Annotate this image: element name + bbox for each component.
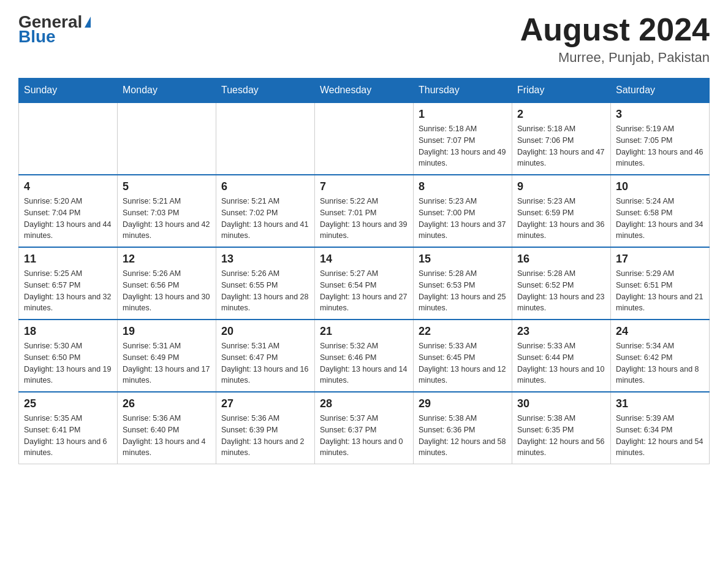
day-info: Sunrise: 5:35 AM Sunset: 6:41 PM Dayligh… xyxy=(24,413,112,459)
day-info: Sunrise: 5:22 AM Sunset: 7:01 PM Dayligh… xyxy=(320,196,408,242)
calendar-cell: 27Sunrise: 5:36 AM Sunset: 6:39 PM Dayli… xyxy=(216,392,315,464)
calendar-cell: 21Sunrise: 5:32 AM Sunset: 6:46 PM Dayli… xyxy=(315,320,414,392)
weekday-header-friday: Friday xyxy=(512,79,611,103)
day-info: Sunrise: 5:23 AM Sunset: 6:59 PM Dayligh… xyxy=(517,196,605,242)
day-info: Sunrise: 5:34 AM Sunset: 6:42 PM Dayligh… xyxy=(616,340,704,386)
day-number: 7 xyxy=(320,180,408,193)
weekday-header-saturday: Saturday xyxy=(611,79,710,103)
calendar-cell: 3Sunrise: 5:19 AM Sunset: 7:05 PM Daylig… xyxy=(611,102,710,175)
day-number: 11 xyxy=(24,253,112,266)
day-info: Sunrise: 5:33 AM Sunset: 6:45 PM Dayligh… xyxy=(419,340,507,386)
logo: General Blue xyxy=(18,12,91,47)
calendar-cell xyxy=(315,102,414,175)
day-info: Sunrise: 5:38 AM Sunset: 6:35 PM Dayligh… xyxy=(517,413,605,459)
day-info: Sunrise: 5:29 AM Sunset: 6:51 PM Dayligh… xyxy=(616,268,704,314)
day-number: 4 xyxy=(24,180,112,193)
day-info: Sunrise: 5:20 AM Sunset: 7:04 PM Dayligh… xyxy=(24,196,112,242)
day-info: Sunrise: 5:31 AM Sunset: 6:47 PM Dayligh… xyxy=(221,340,309,386)
calendar-cell: 16Sunrise: 5:28 AM Sunset: 6:52 PM Dayli… xyxy=(512,247,611,320)
weekday-header-tuesday: Tuesday xyxy=(216,79,315,103)
calendar-cell: 9Sunrise: 5:23 AM Sunset: 6:59 PM Daylig… xyxy=(512,175,611,247)
calendar-week-row: 11Sunrise: 5:25 AM Sunset: 6:57 PM Dayli… xyxy=(19,247,710,320)
day-number: 26 xyxy=(123,397,211,410)
day-info: Sunrise: 5:21 AM Sunset: 7:03 PM Dayligh… xyxy=(123,196,211,242)
day-number: 12 xyxy=(123,253,211,266)
day-info: Sunrise: 5:32 AM Sunset: 6:46 PM Dayligh… xyxy=(320,340,408,386)
calendar-cell: 14Sunrise: 5:27 AM Sunset: 6:54 PM Dayli… xyxy=(315,247,414,320)
day-info: Sunrise: 5:30 AM Sunset: 6:50 PM Dayligh… xyxy=(24,340,112,386)
day-info: Sunrise: 5:28 AM Sunset: 6:53 PM Dayligh… xyxy=(419,268,507,314)
calendar-cell: 11Sunrise: 5:25 AM Sunset: 6:57 PM Dayli… xyxy=(19,247,118,320)
day-info: Sunrise: 5:36 AM Sunset: 6:39 PM Dayligh… xyxy=(221,413,309,459)
title-block: August 2024 Murree, Punjab, Pakistan xyxy=(520,12,710,66)
day-number: 3 xyxy=(616,108,704,121)
page-header: General Blue August 2024 Murree, Punjab,… xyxy=(18,12,710,66)
calendar-cell: 22Sunrise: 5:33 AM Sunset: 6:45 PM Dayli… xyxy=(414,320,512,392)
calendar-cell: 23Sunrise: 5:33 AM Sunset: 6:44 PM Dayli… xyxy=(512,320,611,392)
day-number: 19 xyxy=(123,325,211,338)
calendar-cell: 6Sunrise: 5:21 AM Sunset: 7:02 PM Daylig… xyxy=(216,175,315,247)
calendar-cell: 15Sunrise: 5:28 AM Sunset: 6:53 PM Dayli… xyxy=(414,247,512,320)
day-number: 14 xyxy=(320,253,408,266)
day-info: Sunrise: 5:38 AM Sunset: 6:36 PM Dayligh… xyxy=(419,413,507,459)
day-number: 21 xyxy=(320,325,408,338)
day-number: 25 xyxy=(24,397,112,410)
weekday-header-monday: Monday xyxy=(118,79,216,103)
day-number: 5 xyxy=(123,180,211,193)
calendar-week-row: 4Sunrise: 5:20 AM Sunset: 7:04 PM Daylig… xyxy=(19,175,710,247)
calendar-week-row: 18Sunrise: 5:30 AM Sunset: 6:50 PM Dayli… xyxy=(19,320,710,392)
calendar-cell: 17Sunrise: 5:29 AM Sunset: 6:51 PM Dayli… xyxy=(611,247,710,320)
day-number: 2 xyxy=(517,108,605,121)
logo-blue-text: Blue xyxy=(18,27,56,47)
weekday-header-wednesday: Wednesday xyxy=(315,79,414,103)
calendar-cell: 20Sunrise: 5:31 AM Sunset: 6:47 PM Dayli… xyxy=(216,320,315,392)
day-number: 15 xyxy=(419,253,507,266)
location-text: Murree, Punjab, Pakistan xyxy=(520,50,710,66)
calendar-cell: 2Sunrise: 5:18 AM Sunset: 7:06 PM Daylig… xyxy=(512,102,611,175)
calendar-header-row: SundayMondayTuesdayWednesdayThursdayFrid… xyxy=(19,79,710,103)
calendar-cell: 26Sunrise: 5:36 AM Sunset: 6:40 PM Dayli… xyxy=(118,392,216,464)
day-info: Sunrise: 5:23 AM Sunset: 7:00 PM Dayligh… xyxy=(419,196,507,242)
day-number: 30 xyxy=(517,397,605,410)
day-number: 20 xyxy=(221,325,309,338)
day-info: Sunrise: 5:39 AM Sunset: 6:34 PM Dayligh… xyxy=(616,413,704,459)
day-info: Sunrise: 5:36 AM Sunset: 6:40 PM Dayligh… xyxy=(123,413,211,459)
calendar-cell: 7Sunrise: 5:22 AM Sunset: 7:01 PM Daylig… xyxy=(315,175,414,247)
day-info: Sunrise: 5:18 AM Sunset: 7:06 PM Dayligh… xyxy=(517,123,605,169)
day-info: Sunrise: 5:33 AM Sunset: 6:44 PM Dayligh… xyxy=(517,340,605,386)
day-number: 13 xyxy=(221,253,309,266)
day-info: Sunrise: 5:37 AM Sunset: 6:37 PM Dayligh… xyxy=(320,413,408,459)
day-number: 29 xyxy=(419,397,507,410)
calendar-cell: 25Sunrise: 5:35 AM Sunset: 6:41 PM Dayli… xyxy=(19,392,118,464)
day-number: 1 xyxy=(419,108,507,121)
day-info: Sunrise: 5:25 AM Sunset: 6:57 PM Dayligh… xyxy=(24,268,112,314)
day-info: Sunrise: 5:21 AM Sunset: 7:02 PM Dayligh… xyxy=(221,196,309,242)
day-info: Sunrise: 5:26 AM Sunset: 6:56 PM Dayligh… xyxy=(123,268,211,314)
calendar-cell xyxy=(216,102,315,175)
calendar-cell: 13Sunrise: 5:26 AM Sunset: 6:55 PM Dayli… xyxy=(216,247,315,320)
day-number: 27 xyxy=(221,397,309,410)
day-info: Sunrise: 5:24 AM Sunset: 6:58 PM Dayligh… xyxy=(616,196,704,242)
day-number: 24 xyxy=(616,325,704,338)
calendar-cell: 4Sunrise: 5:20 AM Sunset: 7:04 PM Daylig… xyxy=(19,175,118,247)
day-info: Sunrise: 5:27 AM Sunset: 6:54 PM Dayligh… xyxy=(320,268,408,314)
day-number: 17 xyxy=(616,253,704,266)
day-info: Sunrise: 5:18 AM Sunset: 7:07 PM Dayligh… xyxy=(419,123,507,169)
calendar-cell: 8Sunrise: 5:23 AM Sunset: 7:00 PM Daylig… xyxy=(414,175,512,247)
calendar-cell: 31Sunrise: 5:39 AM Sunset: 6:34 PM Dayli… xyxy=(611,392,710,464)
day-number: 6 xyxy=(221,180,309,193)
calendar-cell: 10Sunrise: 5:24 AM Sunset: 6:58 PM Dayli… xyxy=(611,175,710,247)
day-info: Sunrise: 5:19 AM Sunset: 7:05 PM Dayligh… xyxy=(616,123,704,169)
day-number: 22 xyxy=(419,325,507,338)
calendar-table: SundayMondayTuesdayWednesdayThursdayFrid… xyxy=(18,78,710,464)
calendar-cell xyxy=(19,102,118,175)
calendar-week-row: 25Sunrise: 5:35 AM Sunset: 6:41 PM Dayli… xyxy=(19,392,710,464)
calendar-cell: 5Sunrise: 5:21 AM Sunset: 7:03 PM Daylig… xyxy=(118,175,216,247)
weekday-header-thursday: Thursday xyxy=(414,79,512,103)
day-info: Sunrise: 5:28 AM Sunset: 6:52 PM Dayligh… xyxy=(517,268,605,314)
day-info: Sunrise: 5:31 AM Sunset: 6:49 PM Dayligh… xyxy=(123,340,211,386)
day-number: 23 xyxy=(517,325,605,338)
calendar-cell: 28Sunrise: 5:37 AM Sunset: 6:37 PM Dayli… xyxy=(315,392,414,464)
day-number: 16 xyxy=(517,253,605,266)
day-info: Sunrise: 5:26 AM Sunset: 6:55 PM Dayligh… xyxy=(221,268,309,314)
